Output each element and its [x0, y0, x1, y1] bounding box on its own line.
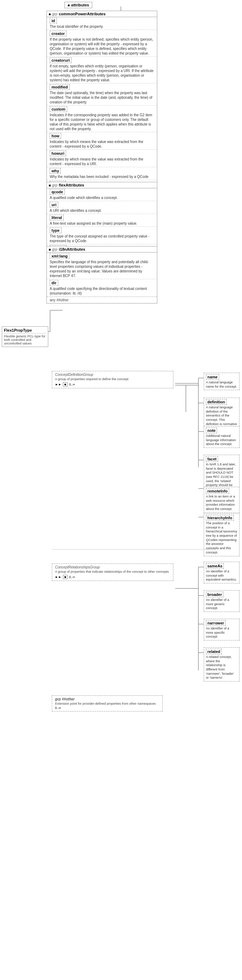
field-dir: dir A qualified code specifying the dire…	[47, 279, 157, 297]
field-uri: uri A URI which identifies a concept.	[47, 201, 157, 214]
field-xmllang: xml:lang Specifies the language of this …	[47, 253, 157, 279]
field-type: type The type of the concept assigned as…	[47, 227, 157, 244]
concept-def-connectors: ►► ■ 0..∞	[55, 382, 170, 387]
field-creatoruri: creatoruri If not empty, specifies which…	[47, 57, 157, 83]
right-broader-box: broader An identifier of a more generic …	[204, 590, 239, 612]
concept-relationships-group-desc: A group of properties that indicate rela…	[55, 570, 170, 573]
separator-line	[52, 549, 213, 550]
field-howuri: howuri Indicates by which means the valu…	[47, 150, 157, 167]
right-name-box: name A natural language name for the con…	[204, 373, 239, 390]
right-hierarchy-info-box: hierarchyInfo The position of a concept …	[204, 514, 239, 556]
diagram-container: ■ attributes ■ grp commonPowerAttributes…	[0, 0, 242, 980]
concept-relationships-group-label: ConceptRelationshipsGroup	[55, 565, 170, 569]
attributes-title: ■ attributes	[64, 2, 92, 8]
right-related-box: related A related concept, where the rel…	[204, 647, 239, 681]
flex-attributes-title: ■ grp flexAttributes	[47, 182, 157, 188]
flex1-prop-type-box: Flex1PropType Flexible generic PCL-type …	[2, 326, 48, 347]
other-extension-label: grp ##other	[55, 697, 159, 701]
other-extension-multiplicity: 0..∞	[55, 706, 159, 710]
field-id: id The local identifier of the property.	[47, 17, 157, 30]
flex1-prop-type-desc: Flexible generic PCL-type for both contr…	[4, 334, 46, 345]
flex1-prop-type-title: Flex1PropType	[4, 328, 46, 333]
concept-definition-group-label: ConceptDefinitionGroup	[55, 373, 170, 377]
field-custom: custom Indicates if the corresponding pr…	[47, 105, 157, 132]
field-how: how Indicates by which means the value w…	[47, 132, 157, 150]
field-creator: creator If the property value is not def…	[47, 30, 157, 57]
i18n-attributes-box: ■ grp i18nAttributes xml:lang Specifies …	[46, 246, 157, 304]
field-why: why Why the metadata has been included -…	[47, 167, 157, 180]
other-extension-desc: Extension point for provider-defined pro…	[55, 702, 159, 705]
i18n-other: any ##other	[47, 297, 157, 303]
concept-definition-group-desc: A group of properties required to define…	[55, 377, 170, 381]
field-modified: modified The date (and optionally, the t…	[47, 83, 157, 105]
other-extension-box: grp ##other Extension point for provider…	[52, 695, 163, 711]
field-qcode: qcode A qualified code which identifies …	[47, 188, 157, 201]
common-power-attributes-title: ■ grp commonPowerAttributes	[47, 11, 157, 17]
right-note-box: note Additional natural language informa…	[204, 426, 239, 448]
concept-rel-connectors: ►► ■ 0..∞	[55, 575, 170, 579]
right-narrower-box: narrower An identifier of a more specifi…	[204, 619, 239, 641]
right-same-as-box: sameAs An identifier of a concept with e…	[204, 562, 239, 584]
i18n-attributes-title: ■ grp i18nAttributes	[47, 247, 157, 253]
field-literal: literal A free-text value assigned as th…	[47, 214, 157, 227]
attributes-icon: ■	[67, 3, 70, 7]
concept-definition-group-box: ConceptDefinitionGroup A group of proper…	[52, 371, 173, 388]
right-remote-info-box: remoteInfo A link to an item or a web re…	[204, 487, 239, 513]
concept-relationships-group-box: ConceptRelationshipsGroup A group of pro…	[52, 563, 173, 581]
